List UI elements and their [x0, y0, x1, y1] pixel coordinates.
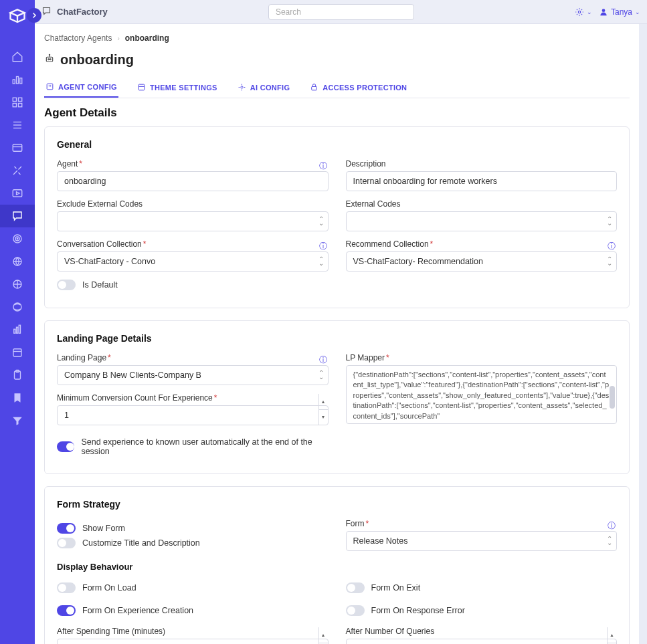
after-time-label: After Spending Time (minutes) [57, 627, 165, 636]
sidebar-item-cards[interactable] [0, 136, 35, 159]
recommend-collection-select[interactable]: VS-ChatFactory- Recommendation ⌃⌄ [346, 251, 618, 272]
svg-rect-20 [14, 329, 15, 333]
number-spinners[interactable]: ▲▼ [318, 394, 328, 425]
tab-theme-settings[interactable]: THEME SETTINGS [136, 78, 219, 98]
tab-agent-config[interactable]: AGENT CONFIG [44, 78, 118, 98]
sidebar-item-list[interactable] [0, 114, 35, 136]
customize-title-toggle[interactable] [57, 538, 76, 548]
sidebar-item-filter[interactable] [0, 409, 35, 432]
chevron-updown-icon: ⌃⌄ [607, 257, 612, 265]
min-conversion-input[interactable] [57, 405, 329, 425]
settings-gear-icon[interactable]: ⌄ [575, 7, 592, 17]
external-codes-select[interactable]: ⌃⌄ [346, 211, 618, 231]
form-on-error-toggle[interactable] [346, 605, 365, 616]
number-spinners[interactable]: ▲▼ [607, 627, 616, 644]
app-logo-icon [8, 8, 27, 27]
info-icon[interactable]: ⓘ [608, 241, 616, 252]
svg-rect-1 [17, 77, 19, 84]
breadcrumb-root[interactable]: Chatfactory Agents [44, 33, 112, 43]
sidebar-item-chat[interactable] [0, 205, 35, 227]
svg-point-39 [241, 86, 243, 88]
form-on-load-toggle[interactable] [57, 582, 76, 593]
sidebar-item-clipboard[interactable] [0, 364, 35, 387]
is-default-toggle[interactable] [57, 280, 76, 290]
show-form-toggle[interactable] [57, 523, 76, 534]
svg-rect-21 [17, 327, 18, 333]
min-conv-label: Minimum Conversion Count For Experience [57, 393, 213, 403]
user-name: Tanya [611, 7, 632, 17]
info-icon[interactable]: ⓘ [319, 354, 327, 366]
landing-page-select[interactable]: Company B New Clients-Company B ⌃⌄ [57, 365, 329, 385]
svg-marker-13 [17, 192, 20, 195]
after-queries-input[interactable] [346, 639, 618, 644]
form-on-exit-toggle[interactable] [346, 582, 365, 593]
sidebar-item-home[interactable] [0, 45, 35, 68]
tab-access-protection[interactable]: ACCESS PROTECTION [308, 78, 408, 98]
sidebar-item-calendar[interactable] [0, 341, 35, 364]
user-menu[interactable]: Tanya ⌄ [599, 7, 640, 17]
svg-rect-3 [13, 98, 16, 101]
svg-rect-5 [13, 104, 16, 107]
conversation-collection-select[interactable]: VS-ChatFactory - Convo ⌃⌄ [57, 251, 329, 272]
search-input[interactable]: Search [268, 4, 414, 20]
show-form-label: Show Form [82, 524, 125, 533]
conversation-label: Conversation Collection [57, 239, 142, 249]
exclude-codes-label: Exclude External Codes [57, 199, 143, 209]
exclude-codes-select[interactable]: ⌃⌄ [57, 211, 329, 231]
svg-rect-2 [20, 78, 22, 84]
customize-title-label: Customize Title and Description [82, 538, 200, 548]
sidebar-item-globe2[interactable] [0, 273, 35, 296]
form-select[interactable]: Release Notes ⌃⌄ [346, 531, 618, 551]
info-icon[interactable]: ⓘ [319, 241, 327, 252]
lp-mapper-textarea[interactable]: {"destinationPath":["sections","content-… [346, 365, 618, 424]
svg-point-36 [50, 86, 51, 86]
svg-point-33 [49, 54, 50, 55]
landing-panel: Landing Page Details Landing Page* ⓘ Com… [44, 320, 630, 474]
tab-label: ACCESS PROTECTION [322, 84, 407, 92]
svg-rect-10 [13, 144, 22, 152]
sidebar-item-reports[interactable] [0, 318, 35, 341]
svg-point-35 [49, 86, 50, 86]
panel-title: General [57, 139, 617, 150]
description-label: Description [346, 159, 386, 169]
svg-rect-6 [19, 104, 22, 107]
svg-point-14 [13, 235, 21, 243]
scrollbar-thumb[interactable] [610, 386, 615, 409]
form-on-load-label: Form On Load [82, 583, 136, 593]
sidebar-item-analytics[interactable] [0, 68, 35, 91]
chevron-updown-icon: ⌃⌄ [318, 257, 324, 265]
after-time-input[interactable] [57, 639, 329, 644]
sidebar-item-tools[interactable] [0, 159, 35, 182]
panel-title: Landing Page Details [57, 333, 617, 344]
sidebar-item-media[interactable] [0, 182, 35, 205]
form-on-exp-toggle[interactable] [57, 605, 76, 616]
form-strategy-panel: Form Strategy Show Form Customize Title … [44, 486, 630, 644]
landing-page-label: Landing Page [57, 353, 106, 362]
chat-icon [41, 6, 52, 18]
svg-rect-40 [312, 86, 317, 90]
sidebar-item-bookmark[interactable] [0, 387, 35, 409]
select-value: VS-ChatFactory - Convo [64, 257, 155, 266]
description-input[interactable] [346, 171, 618, 191]
svg-rect-0 [13, 80, 15, 84]
tab-label: AGENT CONFIG [58, 83, 117, 91]
info-icon[interactable]: ⓘ [608, 520, 616, 532]
tab-ai-config[interactable]: AI CONFIG [236, 78, 292, 98]
svg-rect-23 [13, 349, 21, 356]
general-panel: General Agent* ⓘ Description Exclude Ext… [44, 126, 630, 308]
sidebar-item-grid[interactable] [0, 91, 35, 114]
sidebar-item-globe1[interactable] [0, 250, 35, 273]
display-behaviour-title: Display Behaviour [57, 562, 617, 572]
send-experience-toggle[interactable] [57, 441, 74, 452]
info-icon[interactable]: ⓘ [319, 160, 327, 172]
sidebar-expand-icon[interactable] [27, 8, 41, 23]
agent-input[interactable] [57, 171, 329, 191]
sidebar-item-globe3[interactable] [0, 296, 35, 318]
form-label: Form [346, 519, 365, 528]
chevron-updown-icon: ⌃⌄ [607, 217, 612, 225]
svg-point-31 [50, 58, 51, 60]
lp-mapper-label: LP Mapper [346, 353, 385, 362]
sidebar-item-target[interactable] [0, 227, 35, 250]
number-spinners[interactable]: ▲▼ [318, 627, 328, 644]
lp-mapper-value: {"destinationPath":["sections","content-… [353, 370, 610, 420]
